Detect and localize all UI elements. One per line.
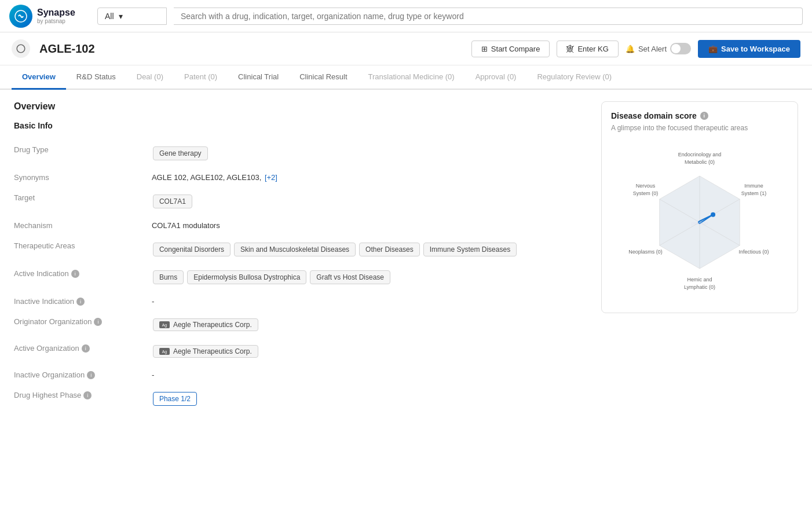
synonyms-text: AGLE 102, AGLE102, AGLE103, bbox=[152, 173, 264, 182]
tab-r&d-status[interactable]: R&D Status bbox=[66, 65, 126, 90]
active-indication-tag: Graft vs Host Disease bbox=[310, 270, 390, 284]
tab-deal-0[interactable]: Deal (0) bbox=[126, 65, 174, 90]
radar-chart-container: Endocrinology andMetabolic (0)ImmuneSyst… bbox=[611, 141, 788, 303]
tab-regulatory-review-0[interactable]: Regulatory Review (0) bbox=[526, 65, 622, 90]
svg-point-21 bbox=[711, 212, 715, 217]
drug-icon bbox=[12, 39, 30, 58]
top-bar: Synapse by patsnap All ▾ bbox=[0, 0, 812, 32]
synonyms-label: Synonyms bbox=[14, 167, 152, 188]
set-alert-wrap: 🔔 Set Alert bbox=[626, 43, 691, 54]
inactive-indication-info-icon[interactable]: i bbox=[76, 298, 85, 306]
inactive-org-info-icon[interactable]: i bbox=[87, 371, 95, 379]
toggle-slider bbox=[670, 43, 691, 54]
active-org-label-wrap: Active Organization i bbox=[14, 344, 142, 353]
logo: Synapse by patsnap bbox=[9, 5, 90, 28]
synonyms-link[interactable]: [+2] bbox=[265, 173, 277, 182]
active-org-value: Ag Aegle Therapeutics Corp. bbox=[152, 338, 587, 365]
svg-text:Nervous: Nervous bbox=[636, 183, 656, 189]
tab-clinical-result[interactable]: Clinical Result bbox=[289, 65, 357, 90]
active-indication-row: Active Indication i BurnsEpidermolysis B… bbox=[14, 263, 587, 291]
drug-type-tag: Gene therapy bbox=[153, 146, 208, 160]
originator-org-label-wrap: Originator Organization i bbox=[14, 317, 142, 326]
radar-chart: Endocrinology andMetabolic (0)ImmuneSyst… bbox=[613, 147, 787, 298]
active-indication-info-icon[interactable]: i bbox=[71, 270, 79, 278]
therapeutic-areas-tags: Congenital DisordersSkin and Musculoskel… bbox=[152, 241, 587, 258]
target-value: COL7A1 bbox=[152, 188, 587, 215]
active-indication-tags: BurnsEpidermolysis Bullosa DystrophicaGr… bbox=[152, 269, 587, 285]
search-input[interactable] bbox=[181, 12, 795, 21]
synonyms-value: AGLE 102, AGLE102, AGLE103, [+2] bbox=[152, 167, 587, 188]
content-left: Overview Basic Info Drug Type Gene thera… bbox=[14, 101, 587, 413]
active-org-tag: Ag Aegle Therapeutics Corp. bbox=[153, 345, 258, 358]
svg-text:patsndo: patsndo bbox=[692, 221, 708, 226]
inactive-indication-label-wrap: Inactive Indication i bbox=[14, 297, 142, 306]
tab-overview[interactable]: Overview bbox=[12, 65, 66, 90]
inactive-indication-value: - bbox=[152, 291, 587, 311]
search-type-dropdown[interactable]: All ▾ bbox=[97, 8, 167, 25]
drug-header: AGLE-102 ⊞ Start Compare 🕸 Enter KG 🔔 Se… bbox=[0, 32, 812, 65]
start-compare-button[interactable]: ⊞ Start Compare bbox=[471, 41, 550, 57]
inactive-org-value: - bbox=[152, 365, 587, 385]
synonyms-row: Synonyms AGLE 102, AGLE102, AGLE103, [+2… bbox=[14, 167, 587, 188]
alert-icon: 🔔 bbox=[626, 45, 635, 53]
drug-type-label: Drug Type bbox=[14, 140, 152, 167]
active-indication-label-wrap: Active Indication i bbox=[14, 269, 142, 278]
active-indication-tag: Epidermolysis Bullosa Dystrophica bbox=[187, 270, 306, 284]
therapeutic-area-tag: Congenital Disorders bbox=[153, 243, 231, 256]
chevron-down-icon: ▾ bbox=[119, 12, 123, 21]
enter-kg-button[interactable]: 🕸 Enter KG bbox=[557, 41, 618, 57]
disease-domain-info-icon[interactable]: i bbox=[700, 112, 708, 120]
active-org-row: Active Organization i Ag Aegle Therapeut… bbox=[14, 338, 587, 365]
save-icon: 💼 bbox=[708, 45, 718, 53]
drug-highest-phase-tag: Phase 1/2 bbox=[153, 392, 197, 406]
therapeutic-area-tag: Other Diseases bbox=[359, 243, 420, 256]
originator-org-row: Originator Organization i Ag Aegle Thera… bbox=[14, 311, 587, 338]
drug-actions: ⊞ Start Compare 🕸 Enter KG 🔔 Set Alert 💼… bbox=[471, 40, 800, 58]
svg-text:Infectious (0): Infectious (0) bbox=[739, 249, 769, 255]
svg-text:Immune: Immune bbox=[744, 183, 763, 189]
svg-text:Hemic and: Hemic and bbox=[687, 277, 712, 282]
active-org-info-icon[interactable]: i bbox=[82, 344, 90, 353]
tab-translational-medicine-0[interactable]: Translational Medicine (0) bbox=[358, 65, 465, 90]
main-content: Overview Basic Info Drug Type Gene thera… bbox=[0, 90, 812, 424]
inactive-indication-row: Inactive Indication i - bbox=[14, 291, 587, 311]
svg-text:Neoplasms (0): Neoplasms (0) bbox=[628, 249, 663, 255]
inactive-org-label: Inactive Organization i bbox=[14, 365, 152, 385]
logo-title: Synapse bbox=[37, 8, 75, 18]
svg-text:System (0): System (0) bbox=[633, 190, 659, 196]
compare-icon: ⊞ bbox=[481, 45, 488, 53]
mechanism-label: Mechanism bbox=[14, 215, 152, 236]
tabs: OverviewR&D StatusDeal (0)Patent (0)Clin… bbox=[0, 65, 812, 90]
info-table: Drug Type Gene therapy Synonyms AGLE 102… bbox=[14, 140, 587, 413]
originator-org-info-icon[interactable]: i bbox=[94, 318, 102, 326]
therapeutic-areas-value: Congenital DisordersSkin and Musculoskel… bbox=[152, 236, 587, 263]
inactive-indication-label: Inactive Indication i bbox=[14, 291, 152, 311]
save-workspace-button[interactable]: 💼 Save to Workspace bbox=[698, 40, 800, 58]
start-compare-label: Start Compare bbox=[491, 45, 540, 53]
svg-text:Endocrinology and: Endocrinology and bbox=[678, 152, 722, 157]
tab-clinical-trial[interactable]: Clinical Trial bbox=[228, 65, 289, 90]
drug-type-value: Gene therapy bbox=[152, 140, 587, 167]
set-alert-label: Set Alert bbox=[638, 45, 667, 53]
disease-panel: Disease domain score i A glimpse into th… bbox=[601, 101, 798, 313]
set-alert-toggle[interactable] bbox=[670, 43, 691, 54]
svg-text:Lymphatic (0): Lymphatic (0) bbox=[684, 284, 715, 290]
tab-approval-0[interactable]: Approval (0) bbox=[465, 65, 527, 90]
inactive-org-row: Inactive Organization i - bbox=[14, 365, 587, 385]
drug-highest-phase-info-icon[interactable]: i bbox=[83, 391, 92, 399]
originator-org-tag: Ag Aegle Therapeutics Corp. bbox=[153, 318, 258, 331]
active-org-logo-icon: Ag bbox=[159, 348, 170, 355]
svg-text:System (1): System (1) bbox=[741, 190, 767, 196]
originator-org-label: Originator Organization i bbox=[14, 311, 152, 338]
disease-panel-sub: A glimpse into the focused therapeutic a… bbox=[611, 124, 788, 132]
logo-text: Synapse by patsnap bbox=[37, 8, 75, 24]
tab-patent-0[interactable]: Patent (0) bbox=[174, 65, 228, 90]
therapeutic-area-tag: Skin and Musculoskeletal Diseases bbox=[234, 243, 356, 256]
active-org-label: Active Organization i bbox=[14, 338, 152, 365]
drug-type-row: Drug Type Gene therapy bbox=[14, 140, 587, 167]
search-bar[interactable] bbox=[174, 8, 803, 25]
mechanism-value: COL7A1 modulators bbox=[152, 215, 587, 236]
target-row: Target COL7A1 bbox=[14, 188, 587, 215]
drug-highest-phase-row: Drug Highest Phase i Phase 1/2 bbox=[14, 385, 587, 413]
search-type-label: All bbox=[105, 12, 114, 21]
